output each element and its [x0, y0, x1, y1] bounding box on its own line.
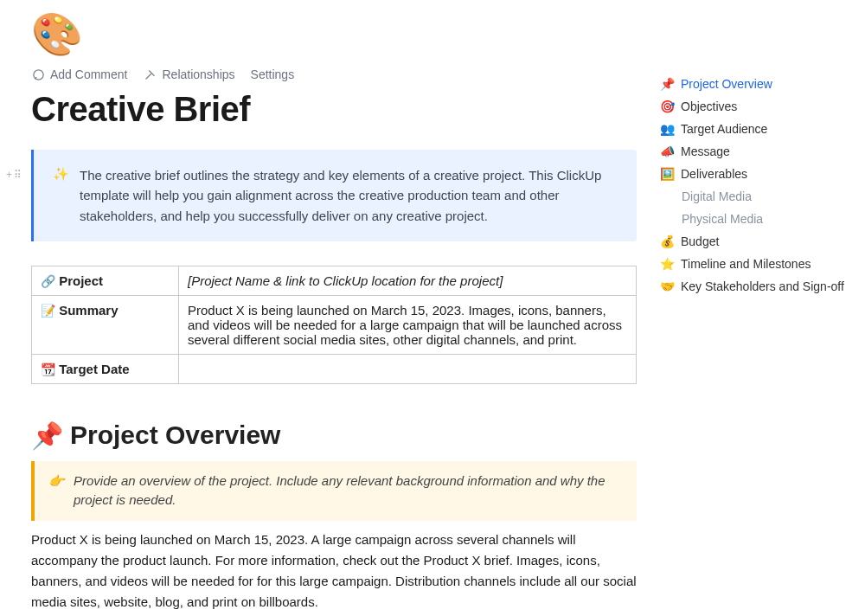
toc-item-icon: 🖼️: [659, 167, 675, 181]
toc-item-label: Message: [681, 144, 730, 158]
page-title[interactable]: Creative Brief: [31, 90, 637, 129]
toc-item-label: Project Overview: [681, 77, 772, 91]
calendar-icon: 📆: [41, 363, 55, 376]
pushpin-icon: 📌: [31, 420, 63, 451]
page-toolbar: Add Comment Relationships Settings: [31, 67, 637, 81]
toc-item-icon: 📌: [659, 77, 675, 91]
cell-project-value[interactable]: [Project Name & link to ClickUp location…: [179, 266, 637, 295]
cell-project-label[interactable]: 🔗 Project: [32, 266, 179, 295]
toc-item-label: Key Stakeholders and Sign-off: [681, 279, 844, 293]
toc-item[interactable]: Digital Media: [659, 185, 858, 208]
relationships-button[interactable]: Relationships: [143, 67, 234, 81]
toc-item-label: Deliverables: [681, 167, 747, 181]
toc-item[interactable]: 🎯Objectives: [659, 95, 858, 118]
svg-point-0: [33, 69, 42, 79]
link-icon: 🔗: [41, 274, 55, 288]
toc-item-label: Digital Media: [682, 189, 752, 203]
intro-callout[interactable]: ✨ The creative brief outlines the strate…: [31, 150, 637, 241]
project-label: Project: [59, 273, 103, 288]
table-row[interactable]: 📝 Summary Product X is being launched on…: [32, 295, 637, 354]
cell-summary-value[interactable]: Product X is being launched on March 15,…: [179, 295, 637, 354]
relationships-icon: [143, 67, 157, 81]
overview-body[interactable]: Product X is being launched on March 15,…: [31, 529, 637, 613]
overview-help-callout[interactable]: 👉 Provide an overview of the project. In…: [31, 461, 637, 521]
settings-label: Settings: [251, 67, 295, 81]
toc-item-label: Objectives: [681, 99, 737, 113]
comment-icon: [31, 67, 45, 81]
info-table[interactable]: 🔗 Project [Project Name & link to ClickU…: [31, 266, 637, 384]
toc-item-label: Timeline and Milestones: [681, 257, 811, 271]
add-block-icon[interactable]: +: [6, 169, 12, 181]
toc-item-icon: ⭐: [659, 257, 675, 271]
relationships-label: Relationships: [162, 67, 234, 81]
pointer-icon: 👉: [48, 472, 65, 510]
overview-heading[interactable]: 📌 Project Overview: [31, 420, 637, 451]
intro-callout-text: The creative brief outlines the strategy…: [80, 165, 618, 226]
summary-label: Summary: [59, 303, 118, 318]
toc-item[interactable]: ⭐Timeline and Milestones: [659, 253, 858, 275]
toc-item[interactable]: 🖼️Deliverables: [659, 163, 858, 185]
toc-item[interactable]: Physical Media: [659, 208, 858, 230]
toc-item-icon: 🤝: [659, 279, 675, 293]
toc-item-label: Physical Media: [682, 212, 763, 226]
settings-button[interactable]: Settings: [251, 67, 295, 81]
toc-item[interactable]: 📌Project Overview: [659, 73, 858, 95]
toc-item-icon: 👥: [659, 122, 675, 136]
toc-item-icon: 💰: [659, 234, 675, 248]
cell-summary-label[interactable]: 📝 Summary: [32, 295, 179, 354]
toc-item-label: Budget: [681, 234, 719, 248]
document-main: 🎨 Add Comment Relationships Settings Cre…: [31, 9, 637, 613]
toc-item[interactable]: 📣Message: [659, 140, 858, 163]
project-placeholder: [Project Name & link to ClickUp location…: [188, 273, 503, 288]
toc-item-icon: 📣: [659, 144, 675, 158]
table-row[interactable]: 📆 Target Date: [32, 354, 637, 383]
toc-item[interactable]: 💰Budget: [659, 230, 858, 253]
toc-item-label: Target Audience: [681, 122, 767, 136]
add-comment-button[interactable]: Add Comment: [31, 67, 127, 81]
cell-target-date-label[interactable]: 📆 Target Date: [32, 354, 179, 383]
page-icon[interactable]: 🎨: [31, 14, 637, 55]
toc-item[interactable]: 👥Target Audience: [659, 118, 858, 140]
memo-icon: 📝: [41, 304, 55, 318]
drag-handle-icon[interactable]: ⠿: [14, 169, 22, 181]
overview-heading-text: Project Overview: [70, 420, 280, 450]
target-date-label: Target Date: [59, 362, 129, 376]
table-of-contents: 📌Project Overview🎯Objectives👥Target Audi…: [659, 73, 858, 298]
table-row[interactable]: 🔗 Project [Project Name & link to ClickU…: [32, 266, 637, 295]
overview-help-text: Provide an overview of the project. Incl…: [74, 472, 623, 510]
toc-item[interactable]: 🤝Key Stakeholders and Sign-off: [659, 275, 858, 298]
summary-text: Product X is being launched on March 15,…: [188, 303, 622, 347]
toc-item-icon: 🎯: [659, 99, 675, 113]
add-comment-label: Add Comment: [50, 67, 127, 81]
sparkle-icon: ✨: [53, 166, 69, 226]
block-gutter[interactable]: + ⠿: [0, 169, 28, 181]
cell-target-date-value[interactable]: [179, 354, 637, 383]
